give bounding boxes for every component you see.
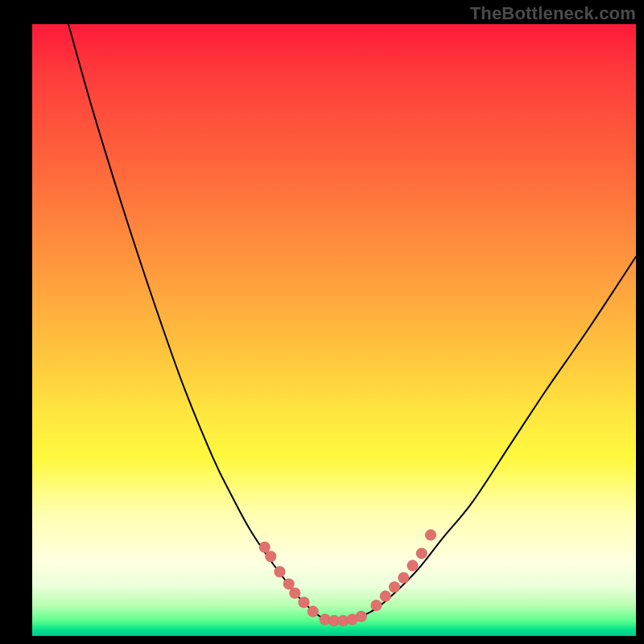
- data-point: [299, 597, 310, 608]
- data-point: [407, 560, 419, 572]
- curve-svg: [32, 24, 636, 636]
- data-point: [389, 581, 400, 592]
- data-point: [371, 600, 382, 611]
- data-point: [356, 611, 367, 622]
- data-point: [425, 530, 436, 541]
- data-point: [308, 606, 319, 617]
- main-curve: [68, 24, 636, 621]
- data-point: [275, 566, 286, 577]
- data-point: [289, 588, 300, 599]
- data-point: [398, 572, 409, 584]
- data-point: [380, 591, 391, 602]
- plot-area: [32, 24, 636, 636]
- data-point: [416, 547, 427, 559]
- data-point: [265, 551, 276, 562]
- chart-frame: TheBottleneck.com: [0, 0, 644, 644]
- watermark-text: TheBottleneck.com: [470, 3, 636, 24]
